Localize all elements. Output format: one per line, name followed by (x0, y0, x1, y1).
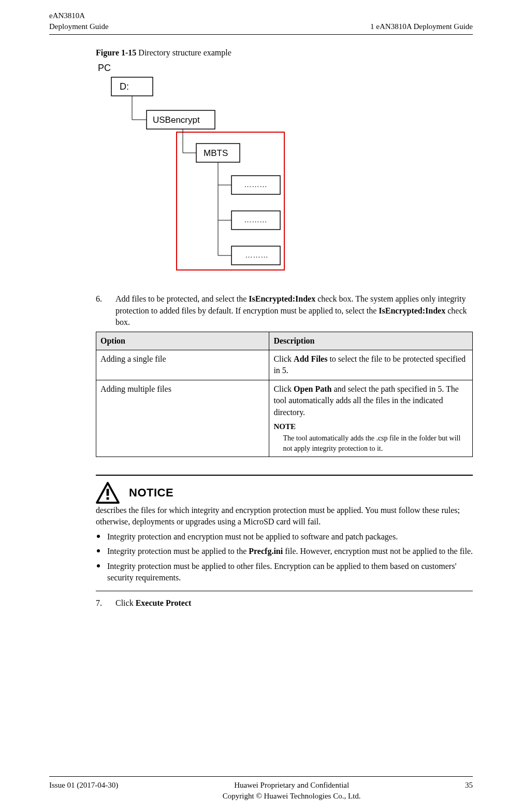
svg-rect-24 (107, 497, 109, 500)
td-option: Adding multiple files (96, 380, 269, 457)
note-text: The tool automatically adds the .csp fil… (283, 433, 468, 453)
li-pre: Integrity protection must be applied to … (107, 547, 249, 555)
desc-pre: Click (273, 384, 294, 393)
footer-line1: Huawei Proprietary and Confidential (223, 780, 361, 791)
product-name: eAN3810A (49, 10, 109, 21)
th-description: Description (269, 332, 473, 350)
options-table: Option Description Adding a single file … (96, 332, 473, 458)
note-heading: NOTE (273, 421, 468, 432)
footer-issue: Issue 01 (2017-04-30) (49, 780, 118, 802)
notice-list: Integrity protection and encryption must… (96, 531, 473, 584)
figure-caption-text: Directory structure example (136, 48, 231, 57)
li-bold: Precfg.ini (249, 547, 283, 555)
header-right: 1 eAN3810A Deployment Guide (370, 10, 473, 32)
header-left: eAN3810A Deployment Guide (49, 10, 109, 32)
step-number: 7. (96, 597, 115, 609)
notice-title: NOTICE (129, 485, 173, 501)
li-pre: Integrity protection and encryption must… (107, 532, 398, 541)
step6-bold1: IsEncrypted:Index (249, 294, 315, 303)
figure-caption: Figure 1-15 Directory structure example (96, 47, 473, 59)
table-row: Adding a single file Click Add Files to … (96, 350, 473, 380)
footer-center: Huawei Proprietary and Confidential Copy… (223, 780, 361, 802)
step-7: 7. Click Execute Protect (96, 597, 473, 609)
step6-bold2: IsEncrypted:Index (379, 306, 445, 315)
footer-line2: Copyright © Huawei Technologies Co., Ltd… (223, 791, 361, 802)
list-item: Integrity protection and encryption must… (96, 531, 473, 543)
notice-box: NOTICE describes the files for which int… (96, 475, 473, 591)
svg-text:PC: PC (98, 63, 111, 73)
footer-divider (49, 776, 473, 777)
svg-text:………: ……… (245, 250, 268, 259)
list-item: Integrity protection must be applied to … (96, 546, 473, 557)
list-item: Integrity protection must be applied to … (96, 561, 473, 584)
th-option: Option (96, 332, 269, 350)
step-number: 6. (96, 293, 115, 328)
li-post: file. However, encryption must not be ap… (283, 547, 473, 555)
td-description: Click Open Path and select the path spec… (269, 380, 473, 457)
warning-icon (96, 482, 120, 504)
figure-label: Figure 1-15 (96, 48, 136, 57)
svg-rect-23 (107, 489, 109, 495)
doc-title-left: Deployment Guide (49, 21, 109, 32)
td-option: Adding a single file (96, 350, 269, 380)
doc-title-right: 1 eAN3810A Deployment Guide (370, 21, 473, 32)
table-row: Adding multiple files Click Open Path an… (96, 380, 473, 457)
step6-pre: Add files to be protected, and select th… (115, 294, 249, 303)
notice-intro: describes the files for which integrity … (96, 505, 473, 528)
desc-pre: Click (273, 354, 294, 363)
svg-rect-1 (111, 77, 153, 96)
step-6: 6. Add files to be protected, and select… (96, 293, 473, 328)
notice-header: NOTICE (96, 482, 473, 504)
step-text: Click Execute Protect (115, 597, 473, 609)
svg-text:USBencrypt: USBencrypt (153, 115, 200, 125)
svg-text:………: ……… (244, 180, 267, 189)
desc-bold: Open Path (294, 384, 331, 393)
header-divider (49, 34, 473, 35)
desc-bold: Add Files (294, 354, 327, 363)
page-header: eAN3810A Deployment Guide 1 eAN3810A Dep… (0, 0, 522, 34)
svg-text:………: ……… (244, 215, 267, 224)
svg-text:D:: D: (120, 81, 129, 92)
step7-bold: Execute Protect (136, 599, 192, 607)
page-number: 35 (465, 780, 473, 802)
svg-text:MBTS: MBTS (204, 148, 228, 158)
page-footer: Issue 01 (2017-04-30) Huawei Proprietary… (0, 776, 522, 802)
table-header-row: Option Description (96, 332, 473, 350)
step7-pre: Click (115, 599, 136, 607)
directory-diagram: PC D: USBencrypt MBTS (96, 63, 473, 273)
td-description: Click Add Files to select the file to be… (269, 350, 473, 380)
li-pre: Integrity protection must be applied to … (107, 562, 456, 582)
step-text: Add files to be protected, and select th… (115, 293, 473, 328)
